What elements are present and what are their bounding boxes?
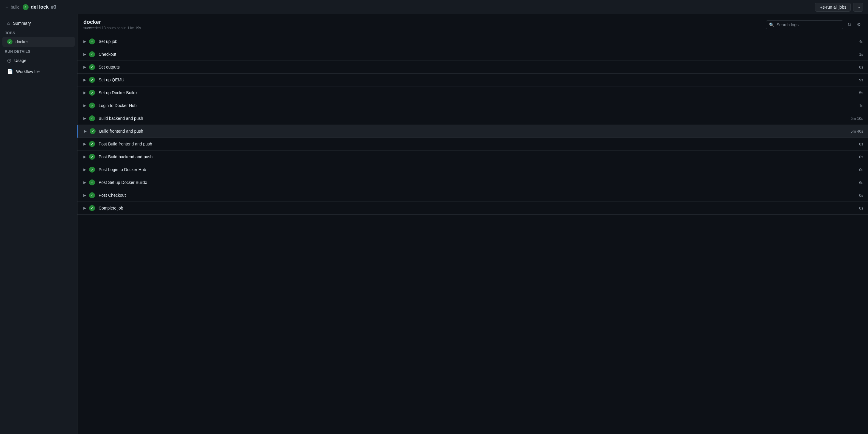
step-chevron-10[interactable]: ▶	[82, 166, 87, 173]
step-row[interactable]: ▶ ✓ Build backend and push 5m 10s	[78, 112, 868, 125]
back-label: build	[11, 5, 20, 9]
step-row[interactable]: ▶ ✓ Login to Docker Hub 1s	[78, 99, 868, 112]
step-chevron-8[interactable]: ▶	[82, 141, 87, 147]
refresh-button[interactable]: ↻	[846, 21, 852, 29]
search-input[interactable]	[777, 22, 840, 27]
search-box[interactable]: 🔍	[766, 20, 843, 29]
step-success-icon-9: ✓	[89, 154, 95, 160]
step-row[interactable]: ▶ ✓ Checkout 1s	[78, 48, 868, 61]
step-chevron-11[interactable]: ▶	[82, 179, 87, 186]
step-duration-2: 0s	[859, 65, 863, 69]
usage-icon: ◷	[7, 58, 11, 63]
step-chevron-9[interactable]: ▶	[82, 153, 87, 160]
step-row[interactable]: ▶ ✓ Post Build backend and push 0s	[78, 150, 868, 163]
docker-label: docker	[16, 39, 28, 44]
step-name-0: Set up job	[99, 39, 859, 44]
job-header: docker succeeded 13 hours ago in 11m 19s…	[78, 14, 868, 35]
sidebar-item-workflow-file[interactable]: 📄 Workflow file	[2, 66, 75, 77]
step-success-icon-6: ✓	[89, 115, 95, 121]
step-row[interactable]: ▶ ✓ Build frontend and push 5m 40s	[78, 125, 868, 138]
step-name-3: Set up QEMU	[99, 78, 859, 82]
more-options-button[interactable]: ···	[853, 3, 863, 11]
step-success-icon-0: ✓	[89, 38, 95, 45]
step-row[interactable]: ▶ ✓ Set up QEMU 9s	[78, 74, 868, 86]
sidebar-item-summary[interactable]: ⌂ Summary	[2, 18, 75, 28]
step-name-5: Login to Docker Hub	[99, 103, 859, 108]
step-row[interactable]: ▶ ✓ Post Checkout 0s	[78, 189, 868, 202]
step-success-icon-2: ✓	[89, 64, 95, 70]
run-title: ✓ del lock #3	[23, 4, 56, 10]
search-icon: 🔍	[769, 22, 774, 27]
step-name-10: Post Login to Docker Hub	[99, 167, 859, 172]
step-duration-7: 5m 40s	[850, 129, 863, 134]
step-name-11: Post Set up Docker Buildx	[99, 180, 859, 185]
step-name-9: Post Build backend and push	[99, 154, 859, 159]
step-chevron-4[interactable]: ▶	[82, 89, 87, 96]
main-layout: ⌂ Summary Jobs ✓ docker Run details ◷ Us…	[0, 14, 868, 434]
step-name-8: Post Build frontend and push	[99, 142, 859, 146]
step-row[interactable]: ▶ ✓ Post Login to Docker Hub 0s	[78, 163, 868, 176]
step-duration-5: 1s	[859, 104, 863, 108]
step-chevron-5[interactable]: ▶	[82, 102, 87, 109]
sidebar-item-usage[interactable]: ◷ Usage	[2, 55, 75, 65]
workflow-file-label: Workflow file	[16, 69, 40, 74]
usage-label: Usage	[14, 58, 26, 63]
step-name-4: Set up Docker Buildx	[99, 90, 859, 95]
jobs-section-label: Jobs	[0, 29, 77, 36]
step-chevron-13[interactable]: ▶	[82, 205, 87, 211]
step-row[interactable]: ▶ ✓ Post Set up Docker Buildx 6s	[78, 176, 868, 189]
back-link[interactable]: ← build	[5, 5, 20, 9]
sidebar: ⌂ Summary Jobs ✓ docker Run details ◷ Us…	[0, 14, 78, 434]
back-arrow-icon: ←	[5, 5, 9, 9]
step-duration-8: 0s	[859, 142, 863, 146]
docker-success-icon: ✓	[7, 39, 12, 45]
step-success-icon-3: ✓	[89, 77, 95, 83]
step-success-icon-5: ✓	[89, 103, 95, 109]
step-chevron-1[interactable]: ▶	[82, 51, 87, 58]
step-success-icon-12: ✓	[89, 192, 95, 198]
step-duration-10: 0s	[859, 168, 863, 172]
step-chevron-3[interactable]: ▶	[82, 77, 87, 83]
step-duration-3: 9s	[859, 78, 863, 82]
step-row[interactable]: ▶ ✓ Post Build frontend and push 0s	[78, 138, 868, 150]
step-name-1: Checkout	[99, 52, 859, 57]
run-success-icon: ✓	[23, 4, 29, 10]
step-success-icon-10: ✓	[89, 167, 95, 173]
top-bar: ← build ✓ del lock #3 Re-run all jobs ··…	[0, 0, 868, 14]
run-details-section-label: Run details	[0, 47, 77, 55]
run-number: #3	[51, 4, 56, 10]
step-row[interactable]: ▶ ✓ Set up job 4s	[78, 35, 868, 48]
step-success-icon-4: ✓	[89, 90, 95, 96]
job-subtitle: succeeded 13 hours ago in 11m 19s	[84, 26, 141, 30]
step-success-icon-11: ✓	[89, 179, 95, 185]
step-duration-12: 0s	[859, 193, 863, 198]
step-duration-1: 1s	[859, 52, 863, 57]
step-chevron-6[interactable]: ▶	[82, 115, 87, 122]
step-duration-0: 4s	[859, 39, 863, 44]
job-header-right: 🔍 ↻ ⚙	[766, 20, 862, 29]
content: docker succeeded 13 hours ago in 11m 19s…	[78, 14, 868, 434]
step-chevron-7[interactable]: ▶	[83, 128, 88, 135]
step-duration-9: 0s	[859, 155, 863, 159]
home-icon: ⌂	[7, 21, 10, 26]
step-duration-11: 6s	[859, 180, 863, 185]
summary-label: Summary	[13, 21, 31, 26]
file-icon: 📄	[7, 68, 13, 74]
step-row[interactable]: ▶ ✓ Complete job 0s	[78, 202, 868, 214]
step-row[interactable]: ▶ ✓ Set outputs 0s	[78, 61, 868, 74]
step-name-6: Build backend and push	[99, 116, 850, 121]
step-name-13: Complete job	[99, 206, 859, 210]
top-bar-left: ← build ✓ del lock #3	[5, 4, 56, 10]
step-chevron-12[interactable]: ▶	[82, 192, 87, 199]
step-success-icon-13: ✓	[89, 205, 95, 211]
step-chevron-2[interactable]: ▶	[82, 64, 87, 70]
run-title-text: del lock	[31, 4, 49, 10]
step-row[interactable]: ▶ ✓ Set up Docker Buildx 5s	[78, 86, 868, 99]
sidebar-item-docker[interactable]: ✓ docker	[2, 37, 75, 47]
settings-button[interactable]: ⚙	[856, 21, 862, 29]
step-name-2: Set outputs	[99, 65, 859, 69]
step-chevron-0[interactable]: ▶	[82, 38, 87, 45]
step-success-icon-7: ✓	[90, 128, 96, 134]
rerun-all-button[interactable]: Re-run all jobs	[815, 3, 851, 11]
steps-list: ▶ ✓ Set up job 4s ▶ ✓ Checkout 1s ▶ ✓ Se…	[78, 35, 868, 434]
